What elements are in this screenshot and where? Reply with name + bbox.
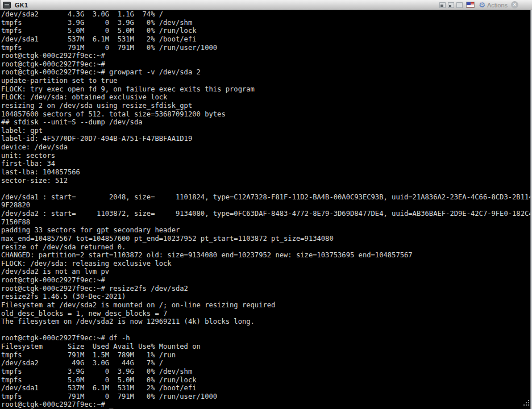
console-window: GK1 ⚙ Actions × /dev/sda2 4.3G 3.0G 1.1G… xyxy=(0,0,532,409)
terminal-screen[interactable]: /dev/sda2 4.3G 3.0G 1.1G 74% / tmpfs 3.9… xyxy=(0,10,532,409)
terminal-icon xyxy=(3,2,11,9)
maximize-window-button[interactable] xyxy=(456,2,463,8)
actions-menu-button[interactable]: ⚙ Actions xyxy=(479,1,508,9)
shrink-window-button[interactable] xyxy=(439,2,446,8)
titlebar-controls: ⚙ Actions × xyxy=(437,1,518,9)
titlebar[interactable]: GK1 ⚙ Actions × xyxy=(0,0,532,10)
actions-label: Actions xyxy=(487,2,508,9)
gear-icon: ⚙ xyxy=(479,1,485,9)
window-title: GK1 xyxy=(15,2,28,9)
terminal-output: /dev/sda2 4.3G 3.0G 1.1G 74% / tmpfs 3.9… xyxy=(0,10,532,409)
close-icon: × xyxy=(513,2,516,7)
resize-grip-icon[interactable] xyxy=(523,400,529,406)
close-button[interactable]: × xyxy=(511,1,518,9)
us-flag-keyboard-icon[interactable] xyxy=(466,2,475,8)
restore-window-button[interactable] xyxy=(448,2,454,8)
